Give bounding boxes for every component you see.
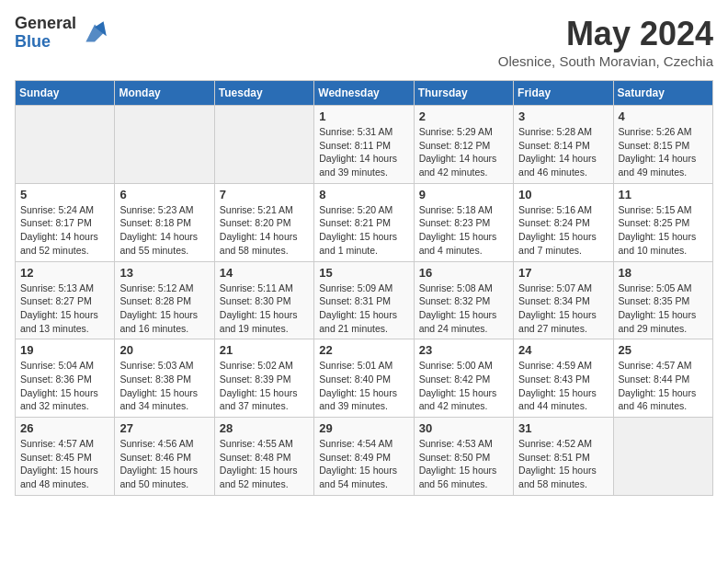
day-info: Sunrise: 5:04 AM Sunset: 8:36 PM Dayligh… [20,359,109,413]
day-info: Sunrise: 4:59 AM Sunset: 8:43 PM Dayligh… [518,359,608,413]
logo-blue-text: Blue [15,33,76,52]
day-number: 26 [20,421,109,435]
day-info: Sunrise: 5:24 AM Sunset: 8:17 PM Dayligh… [20,203,109,258]
day-info: Sunrise: 4:53 AM Sunset: 8:50 PM Dayligh… [419,437,508,491]
title-section: May 2024 Olesnice, South Moravian, Czech… [498,15,713,69]
calendar-cell: 19Sunrise: 5:04 AM Sunset: 8:36 PM Dayli… [16,339,115,418]
day-info: Sunrise: 5:01 AM Sunset: 8:40 PM Dayligh… [319,359,408,413]
calendar-cell: 24Sunrise: 4:59 AM Sunset: 8:43 PM Dayli… [514,339,613,418]
weekday-header-tuesday: Tuesday [214,81,313,106]
calendar-cell: 26Sunrise: 4:57 AM Sunset: 8:45 PM Dayli… [16,418,115,496]
day-info: Sunrise: 5:16 AM Sunset: 8:24 PM Dayligh… [518,203,608,258]
day-number: 16 [419,266,508,280]
day-number: 8 [319,188,408,201]
calendar-table: SundayMondayTuesdayWednesdayThursdayFrid… [15,80,713,496]
day-number: 7 [220,188,309,201]
logo: General Blue [15,15,109,52]
day-number: 20 [119,343,209,357]
day-number: 9 [419,188,508,201]
day-info: Sunrise: 4:52 AM Sunset: 8:51 PM Dayligh… [518,437,608,491]
day-info: Sunrise: 5:23 AM Sunset: 8:18 PM Dayligh… [119,203,209,258]
calendar-cell: 14Sunrise: 5:11 AM Sunset: 8:30 PM Dayli… [214,261,313,339]
calendar-cell: 12Sunrise: 5:13 AM Sunset: 8:27 PM Dayli… [16,261,115,339]
calendar-cell: 22Sunrise: 5:01 AM Sunset: 8:40 PM Dayli… [314,339,414,418]
day-info: Sunrise: 5:29 AM Sunset: 8:12 PM Dayligh… [419,125,508,179]
day-info: Sunrise: 5:11 AM Sunset: 8:30 PM Dayligh… [220,282,309,336]
calendar-cell: 7Sunrise: 5:21 AM Sunset: 8:20 PM Daylig… [214,183,313,261]
weekday-header-thursday: Thursday [414,81,513,106]
page-header: General Blue May 2024 Olesnice, South Mo… [15,15,713,69]
day-number: 19 [20,343,109,357]
weekday-header-saturday: Saturday [613,81,712,106]
month-title: May 2024 [498,15,713,53]
day-number: 25 [619,343,708,357]
calendar-cell: 5Sunrise: 5:24 AM Sunset: 8:17 PM Daylig… [16,183,115,261]
weekday-header-wednesday: Wednesday [314,81,414,106]
day-number: 15 [319,266,408,280]
day-info: Sunrise: 4:57 AM Sunset: 8:45 PM Dayligh… [20,437,109,491]
day-number: 5 [20,188,109,201]
day-info: Sunrise: 4:55 AM Sunset: 8:48 PM Dayligh… [220,437,309,491]
calendar-cell: 31Sunrise: 4:52 AM Sunset: 8:51 PM Dayli… [514,418,613,496]
logo-icon [80,18,109,48]
day-number: 12 [20,266,109,280]
day-number: 30 [419,421,508,435]
day-info: Sunrise: 5:00 AM Sunset: 8:42 PM Dayligh… [419,359,508,413]
day-number: 29 [319,421,408,435]
calendar-cell: 16Sunrise: 5:08 AM Sunset: 8:32 PM Dayli… [414,261,513,339]
calendar-week-row: 5Sunrise: 5:24 AM Sunset: 8:17 PM Daylig… [16,183,713,261]
day-info: Sunrise: 5:28 AM Sunset: 8:14 PM Dayligh… [518,125,608,179]
day-info: Sunrise: 5:03 AM Sunset: 8:38 PM Dayligh… [119,359,209,413]
day-number: 14 [220,266,309,280]
day-number: 27 [119,421,209,435]
calendar-week-row: 26Sunrise: 4:57 AM Sunset: 8:45 PM Dayli… [16,418,713,496]
calendar-cell: 28Sunrise: 4:55 AM Sunset: 8:48 PM Dayli… [214,418,313,496]
weekday-header-friday: Friday [514,81,613,106]
day-number: 18 [619,266,708,280]
calendar-cell: 15Sunrise: 5:09 AM Sunset: 8:31 PM Dayli… [314,261,414,339]
calendar-cell: 4Sunrise: 5:26 AM Sunset: 8:15 PM Daylig… [613,106,712,184]
calendar-cell [115,106,214,184]
day-info: Sunrise: 4:57 AM Sunset: 8:44 PM Dayligh… [619,359,708,413]
calendar-cell: 9Sunrise: 5:18 AM Sunset: 8:23 PM Daylig… [414,183,513,261]
calendar-cell: 1Sunrise: 5:31 AM Sunset: 8:11 PM Daylig… [314,106,414,184]
day-info: Sunrise: 5:15 AM Sunset: 8:25 PM Dayligh… [619,203,708,258]
calendar-cell: 20Sunrise: 5:03 AM Sunset: 8:38 PM Dayli… [115,339,214,418]
calendar-cell: 10Sunrise: 5:16 AM Sunset: 8:24 PM Dayli… [514,183,613,261]
day-number: 13 [119,266,209,280]
calendar-cell: 29Sunrise: 4:54 AM Sunset: 8:49 PM Dayli… [314,418,414,496]
calendar-cell: 27Sunrise: 4:56 AM Sunset: 8:46 PM Dayli… [115,418,214,496]
weekday-header-sunday: Sunday [16,81,115,106]
day-number: 3 [518,109,608,123]
calendar-cell: 3Sunrise: 5:28 AM Sunset: 8:14 PM Daylig… [514,106,613,184]
day-info: Sunrise: 5:21 AM Sunset: 8:20 PM Dayligh… [220,203,309,258]
day-number: 31 [518,421,608,435]
calendar-cell [613,418,712,496]
calendar-cell: 11Sunrise: 5:15 AM Sunset: 8:25 PM Dayli… [613,183,712,261]
calendar-cell: 21Sunrise: 5:02 AM Sunset: 8:39 PM Dayli… [214,339,313,418]
calendar-cell: 6Sunrise: 5:23 AM Sunset: 8:18 PM Daylig… [115,183,214,261]
calendar-cell: 13Sunrise: 5:12 AM Sunset: 8:28 PM Dayli… [115,261,214,339]
calendar-cell: 17Sunrise: 5:07 AM Sunset: 8:34 PM Dayli… [514,261,613,339]
day-number: 22 [319,343,408,357]
calendar-cell [214,106,313,184]
location-subtitle: Olesnice, South Moravian, Czechia [498,53,713,69]
day-info: Sunrise: 5:09 AM Sunset: 8:31 PM Dayligh… [319,282,408,336]
day-number: 17 [518,266,608,280]
day-number: 1 [319,109,408,123]
day-info: Sunrise: 5:07 AM Sunset: 8:34 PM Dayligh… [518,282,608,336]
calendar-cell: 25Sunrise: 4:57 AM Sunset: 8:44 PM Dayli… [613,339,712,418]
calendar-cell: 23Sunrise: 5:00 AM Sunset: 8:42 PM Dayli… [414,339,513,418]
day-number: 23 [419,343,508,357]
weekday-header-row: SundayMondayTuesdayWednesdayThursdayFrid… [16,81,713,106]
calendar-week-row: 1Sunrise: 5:31 AM Sunset: 8:11 PM Daylig… [16,106,713,184]
calendar-cell: 2Sunrise: 5:29 AM Sunset: 8:12 PM Daylig… [414,106,513,184]
day-number: 24 [518,343,608,357]
calendar-week-row: 12Sunrise: 5:13 AM Sunset: 8:27 PM Dayli… [16,261,713,339]
day-info: Sunrise: 5:18 AM Sunset: 8:23 PM Dayligh… [419,203,508,258]
weekday-header-monday: Monday [115,81,214,106]
day-number: 2 [419,109,508,123]
day-info: Sunrise: 4:56 AM Sunset: 8:46 PM Dayligh… [119,437,209,491]
day-info: Sunrise: 5:02 AM Sunset: 8:39 PM Dayligh… [220,359,309,413]
calendar-week-row: 19Sunrise: 5:04 AM Sunset: 8:36 PM Dayli… [16,339,713,418]
